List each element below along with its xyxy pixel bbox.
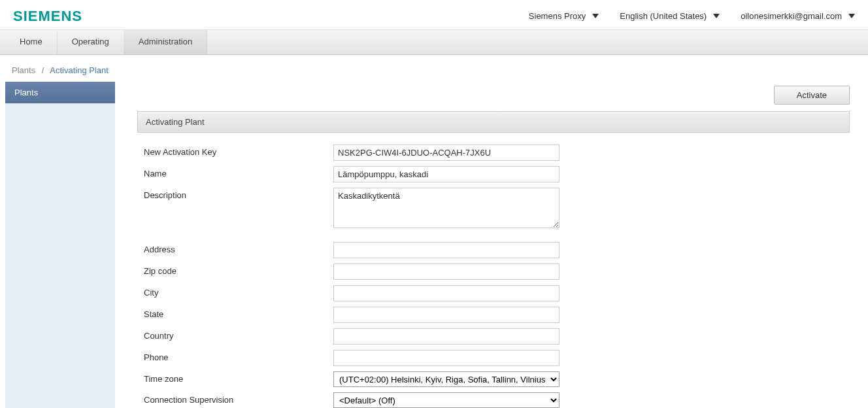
breadcrumb-separator: / xyxy=(42,65,44,75)
label-state: State xyxy=(144,307,333,319)
logo: SIEMENS xyxy=(13,8,82,25)
plant-form: New Activation Key Name Description Kask… xyxy=(137,133,850,408)
navbar: Home Operating Administration xyxy=(0,30,868,55)
caret-down-icon xyxy=(848,14,855,18)
row-state: State xyxy=(144,307,850,323)
label-zip: Zip code xyxy=(144,264,333,276)
language-menu[interactable]: English (United States) xyxy=(620,11,720,21)
input-state[interactable] xyxy=(333,307,559,323)
input-address[interactable] xyxy=(333,242,559,258)
input-phone[interactable] xyxy=(333,350,559,366)
breadcrumb-root[interactable]: Plants xyxy=(12,65,35,75)
row-supervision: Connection Supervision <Default> (Off) xyxy=(144,392,850,408)
row-zip: Zip code xyxy=(144,264,850,280)
label-phone: Phone xyxy=(144,350,333,362)
app-header: SIEMENS Siemens Proxy English (United St… xyxy=(0,0,868,30)
label-name: Name xyxy=(144,166,333,178)
row-timezone: Time zone (UTC+02:00) Helsinki, Kyiv, Ri… xyxy=(144,371,850,387)
select-supervision[interactable]: <Default> (Off) xyxy=(333,392,559,408)
label-country: Country xyxy=(144,328,333,341)
label-address: Address xyxy=(144,242,333,254)
header-right: Siemens Proxy English (United States) oi… xyxy=(529,11,855,21)
label-city: City xyxy=(144,285,333,298)
nav-operating[interactable]: Operating xyxy=(58,30,124,54)
top-actions: Activate xyxy=(137,82,863,111)
textarea-description[interactable]: Kaskadikytkentä xyxy=(333,188,559,228)
input-city[interactable] xyxy=(333,285,559,301)
input-name[interactable] xyxy=(333,166,559,182)
proxy-label: Siemens Proxy xyxy=(529,11,586,21)
sidebar: Plants xyxy=(5,82,115,408)
row-description: Description Kaskadikytkentä xyxy=(144,188,850,230)
select-timezone[interactable]: (UTC+02:00) Helsinki, Kyiv, Riga, Sofia,… xyxy=(333,371,559,387)
input-country[interactable] xyxy=(333,328,559,345)
activate-button[interactable]: Activate xyxy=(774,86,850,105)
row-country: Country xyxy=(144,328,850,345)
content-row: Plants Activate Activating Plant New Act… xyxy=(0,82,868,408)
row-activation-key: New Activation Key xyxy=(144,144,850,161)
row-address: Address xyxy=(144,242,850,258)
input-zip[interactable] xyxy=(333,264,559,280)
nav-home[interactable]: Home xyxy=(5,30,58,54)
form-panel: Activating Plant New Activation Key Name… xyxy=(137,111,850,408)
panel-title: Activating Plant xyxy=(137,111,850,133)
user-label: oilonesimerkki@gmail.com xyxy=(741,11,842,21)
row-city: City xyxy=(144,285,850,301)
label-description: Description xyxy=(144,188,333,200)
breadcrumb-current[interactable]: Activating Plant xyxy=(50,65,108,75)
caret-down-icon xyxy=(713,14,720,18)
breadcrumb: Plants / Activating Plant xyxy=(0,55,868,82)
label-activation-key: New Activation Key xyxy=(144,144,333,157)
proxy-menu[interactable]: Siemens Proxy xyxy=(529,11,599,21)
sidebar-item-plants[interactable]: Plants xyxy=(5,82,115,103)
row-phone: Phone xyxy=(144,350,850,366)
row-name: Name xyxy=(144,166,850,182)
language-label: English (United States) xyxy=(620,11,707,21)
input-activation-key[interactable] xyxy=(333,144,559,161)
label-supervision: Connection Supervision xyxy=(144,392,333,405)
user-menu[interactable]: oilonesimerkki@gmail.com xyxy=(741,11,855,21)
caret-down-icon xyxy=(592,14,599,18)
nav-administration[interactable]: Administration xyxy=(124,30,207,54)
label-timezone: Time zone xyxy=(144,371,333,384)
main: Activate Activating Plant New Activation… xyxy=(115,82,863,408)
